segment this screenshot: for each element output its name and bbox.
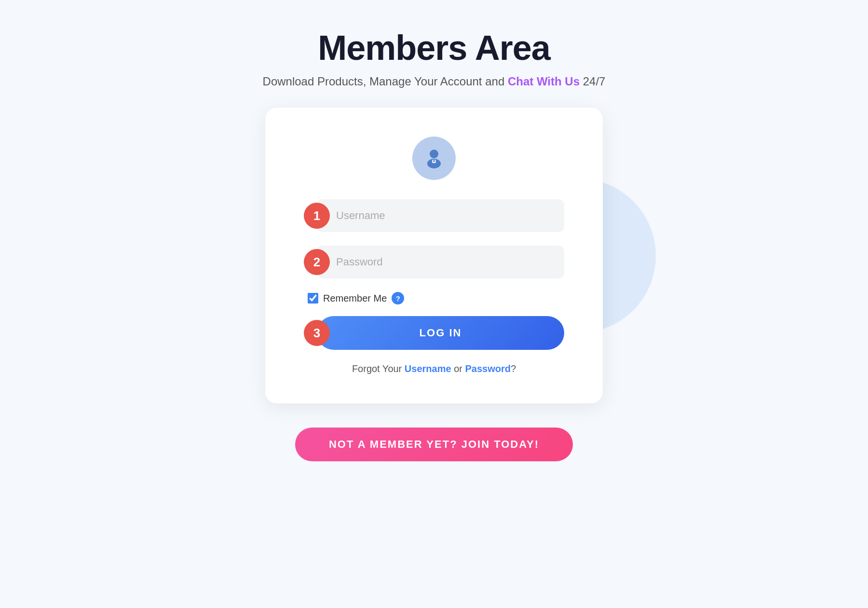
avatar <box>412 137 456 180</box>
remember-me-label: Remember Me <box>323 293 387 304</box>
forgot-text: Forgot Your Username or Password? <box>304 363 564 374</box>
svg-point-3 <box>433 160 435 162</box>
help-icon[interactable]: ? <box>392 292 404 304</box>
join-section: NOT A MEMBER YET? JOIN TODAY! <box>295 428 573 461</box>
page-subtitle: Download Products, Manage Your Account a… <box>263 75 606 88</box>
svg-point-0 <box>430 150 438 158</box>
user-icon <box>422 146 446 170</box>
step-badge-2: 2 <box>304 249 330 275</box>
login-row: 3 LOG IN <box>304 316 564 350</box>
password-row: 2 <box>304 246 564 278</box>
join-button[interactable]: NOT A MEMBER YET? JOIN TODAY! <box>295 428 573 461</box>
page-header: Members Area Download Products, Manage Y… <box>263 29 606 88</box>
forgot-password-link[interactable]: Password <box>465 363 511 374</box>
remember-me-row: Remember Me ? <box>304 292 564 304</box>
forgot-username-link[interactable]: Username <box>405 363 451 374</box>
card-wrapper: 1 2 Remember Me ? 3 LOG IN Forgot Your U… <box>241 108 627 403</box>
chat-with-us-link[interactable]: Chat With Us <box>508 75 580 88</box>
subtitle-suffix: 24/7 <box>583 75 606 88</box>
step-badge-1: 1 <box>304 203 330 229</box>
password-input[interactable] <box>317 246 564 278</box>
step-badge-3: 3 <box>304 320 330 346</box>
forgot-suffix: ? <box>511 363 516 374</box>
forgot-or: or <box>454 363 462 374</box>
forgot-prefix: Forgot Your <box>352 363 402 374</box>
page-title: Members Area <box>263 29 606 67</box>
avatar-container <box>304 137 564 180</box>
login-button[interactable]: LOG IN <box>317 316 564 350</box>
username-row: 1 <box>304 199 564 232</box>
login-card: 1 2 Remember Me ? 3 LOG IN Forgot Your U… <box>265 108 603 403</box>
username-input[interactable] <box>317 199 564 232</box>
remember-me-checkbox[interactable] <box>308 293 318 304</box>
subtitle-prefix: Download Products, Manage Your Account a… <box>263 75 505 88</box>
